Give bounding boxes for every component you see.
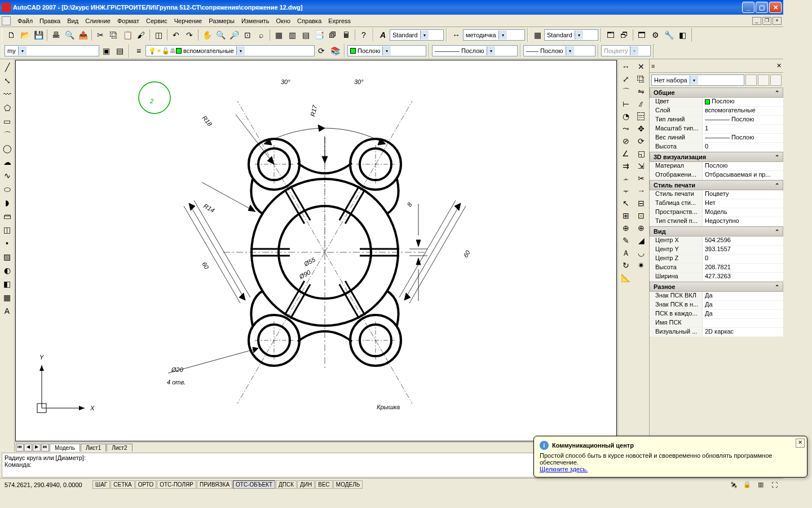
tab-first[interactable]: ⏮ <box>16 444 24 452</box>
panel-close-icon[interactable]: ✕ <box>776 62 782 69</box>
undo-button[interactable]: ↶ <box>170 29 182 41</box>
insertblock-tool[interactable]: 🗃 <box>1 210 14 222</box>
close-button[interactable]: ✕ <box>769 2 782 13</box>
layer-extra1[interactable]: ▣ <box>100 45 112 57</box>
prop-row[interactable]: Высота0 <box>650 143 783 152</box>
mdi-close[interactable]: × <box>773 17 782 25</box>
menu-file[interactable]: Файл <box>14 16 36 25</box>
array-tool[interactable]: ⿳ <box>635 110 647 122</box>
redo-button[interactable]: ↷ <box>183 29 196 41</box>
dimstyle-icon[interactable]: ↔ <box>450 29 462 41</box>
layer-tool2[interactable]: 📚 <box>329 45 341 57</box>
panel-grip[interactable]: ≡ <box>651 63 655 69</box>
chamfer-tool[interactable]: ◢ <box>635 234 647 247</box>
tab-sheet2[interactable]: Лист2 <box>107 444 132 452</box>
dim-arc[interactable]: ⌒ <box>620 85 632 98</box>
mtext-tool[interactable]: A <box>1 305 14 317</box>
status-отс-объект[interactable]: ОТС-ОБЪЕКТ <box>233 480 275 489</box>
minimize-button[interactable]: _ <box>742 2 754 13</box>
dim-leader[interactable]: ↖ <box>620 197 632 209</box>
drawing-canvas[interactable]: X Y 2 Ø55 Ø90 <box>15 60 617 441</box>
menu-edit[interactable]: Правка <box>36 16 64 25</box>
pickadd-button[interactable] <box>745 75 757 86</box>
trim-tool[interactable]: ✂ <box>635 172 647 185</box>
dim-ordinate[interactable]: ⊢ <box>620 98 632 110</box>
dim-radius[interactable]: ◔ <box>620 110 632 122</box>
menu-dimensions[interactable]: Размеры <box>205 16 238 25</box>
menu-format[interactable]: Формат <box>114 16 143 25</box>
mdi-restore[interactable]: ❐ <box>762 17 771 25</box>
mirror-tool[interactable]: ⇋ <box>635 85 647 98</box>
zoomwin-button[interactable]: ⊡ <box>241 29 254 41</box>
dimstyle-combo[interactable]: методичка <box>463 29 525 41</box>
offset-tool[interactable]: ⫽ <box>635 98 647 110</box>
dwg3-button[interactable]: ▤ <box>299 29 312 41</box>
gradient-tool[interactable]: ◐ <box>1 264 14 277</box>
status-сетка[interactable]: СЕТКА <box>111 480 135 489</box>
ellipse-tool[interactable]: ⬭ <box>1 183 14 195</box>
point-tool[interactable]: • <box>1 237 14 249</box>
dwg1-button[interactable]: ▦ <box>272 29 285 41</box>
dim-tolerance[interactable]: ⊞ <box>620 209 632 222</box>
cut-button[interactable]: ✂ <box>94 29 107 41</box>
layer-props-button[interactable]: ≡ <box>133 45 145 57</box>
status-вес[interactable]: ВЕС <box>315 480 333 489</box>
prop-row[interactable]: Высота208.7821 <box>650 264 783 273</box>
status-орто[interactable]: ОРТО <box>135 480 156 489</box>
prop-row[interactable]: Стиль печатиПоцвету <box>650 190 783 199</box>
print-button[interactable]: 🖶 <box>50 29 62 41</box>
markup-button[interactable]: 🗊 <box>326 29 339 41</box>
calc-button[interactable]: 🖩 <box>340 29 352 41</box>
rect-tool[interactable]: ▭ <box>1 115 14 128</box>
ws-button-2[interactable]: 🗗 <box>618 29 630 41</box>
layer-extra2[interactable]: ▤ <box>113 45 126 57</box>
status-дпск[interactable]: ДПСК <box>276 480 297 489</box>
comm-icon[interactable]: 🛰 <box>727 479 740 491</box>
prop-row[interactable]: Таблица сти...Нет <box>650 199 783 208</box>
prop-section-header[interactable]: 3D визуализация <box>650 152 783 162</box>
prop-row[interactable]: Ширина427.3263 <box>650 273 783 282</box>
paste-button[interactable]: 📋 <box>121 29 134 41</box>
prop-row[interactable]: Слойвспомогательные <box>650 107 783 116</box>
break-tool[interactable]: ⊟ <box>635 197 647 209</box>
balloon-link[interactable]: Щелкните здесь. <box>540 466 588 472</box>
selection-combo[interactable]: Нет набора <box>651 75 744 86</box>
status-отс-поляр[interactable]: ОТС-ПОЛЯР <box>157 480 196 489</box>
prop-row[interactable]: Отображени...Отбрасываемая и пр... <box>650 171 783 180</box>
menu-tools[interactable]: Сервис <box>143 16 171 25</box>
maximize-button[interactable]: ▢ <box>756 2 768 13</box>
block-button[interactable]: ◫ <box>152 29 165 41</box>
copy-button[interactable]: ⿻ <box>108 29 120 41</box>
scale-tool[interactable]: ◱ <box>635 147 647 160</box>
open-button[interactable]: 📂 <box>19 29 31 41</box>
menu-window[interactable]: Окно <box>273 16 294 25</box>
status-привязка[interactable]: ПРИВЯЗКА <box>197 480 232 489</box>
new-button[interactable]: 🗋 <box>5 29 17 41</box>
prop-row[interactable]: Тип линий———— Послою <box>650 116 783 125</box>
layercmd-combo[interactable]: my <box>5 45 99 56</box>
prop-row[interactable]: ЦветПослою <box>650 98 783 107</box>
makeblock-tool[interactable]: ◫ <box>1 224 14 236</box>
copy-tool[interactable]: ⿻ <box>635 73 647 85</box>
save-button[interactable]: 💾 <box>32 29 45 41</box>
fillet-tool[interactable]: ◡ <box>635 247 647 259</box>
publish-button[interactable]: 📤 <box>77 29 89 41</box>
dim-edit[interactable]: ✎ <box>620 234 632 247</box>
revcloud-tool[interactable]: ☁ <box>1 156 14 168</box>
menu-modify[interactable]: Изменить <box>238 16 273 25</box>
prop-section-header[interactable]: Общие <box>650 87 783 98</box>
prop-row[interactable]: Масштаб тип...1 <box>650 125 783 134</box>
region-tool[interactable]: ◧ <box>1 278 14 290</box>
zoom-button[interactable]: 🔍 <box>214 29 227 41</box>
layer-tool1[interactable]: ⟳ <box>315 45 328 57</box>
status-модель[interactable]: МОДЕЛЬ <box>333 480 363 489</box>
tab-sheet1[interactable]: Лист1 <box>81 444 106 452</box>
prop-row[interactable]: Центр Y393.1557 <box>650 246 783 255</box>
tablestyle-icon[interactable]: ▦ <box>531 29 544 41</box>
pline-tool[interactable]: 〰 <box>1 88 14 100</box>
ellipsearc-tool[interactable]: ◗ <box>1 196 14 209</box>
erase-tool[interactable]: ✕ <box>635 60 647 73</box>
quickselect-button[interactable] <box>770 75 782 86</box>
menu-help[interactable]: Справка <box>294 16 325 25</box>
dim-aligned[interactable]: ⤢ <box>620 73 632 85</box>
